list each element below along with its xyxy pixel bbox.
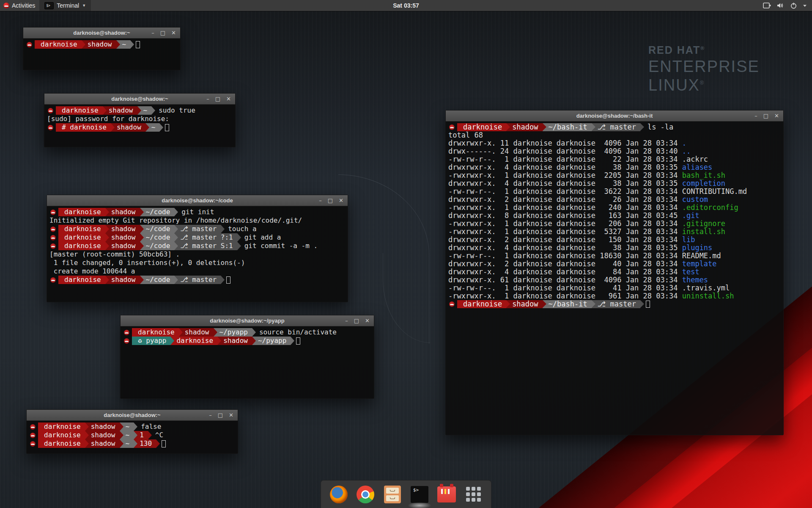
- ls-row-meta: drwxrwxr-x. 4 darknoise darknoise 38 Jan…: [448, 179, 682, 188]
- terminal-line: darknoiseshadow~/bash-it⎇ masterls -la: [448, 123, 781, 131]
- window-title: darknoise@shadow:~/code: [47, 197, 348, 204]
- titlebar[interactable]: darknoise@shadow:~/bash-it – □ ✕: [446, 110, 783, 121]
- terminal-line: darknoiseshadow~sudo true: [47, 106, 233, 115]
- redhat-prompt-icon: [124, 338, 129, 344]
- ls-row-filename: .: [682, 139, 686, 147]
- dock-item-toolbox[interactable]: [437, 485, 456, 504]
- redhat-prompt-icon: [30, 424, 36, 430]
- terminal-content[interactable]: darknoiseshadow~sudo true[sudo] password…: [44, 105, 235, 147]
- terminal-line: darknoiseshadow~/pyappsource bin/activat…: [123, 328, 371, 337]
- activities-label: Activities: [12, 2, 35, 9]
- dock-item-firefox[interactable]: [329, 485, 348, 504]
- prompt-segment-host: shadow: [105, 242, 140, 250]
- redhat-prompt-icon: [50, 226, 56, 232]
- maximize-button[interactable]: □: [328, 195, 333, 206]
- ls-row-filename: .gitignore: [682, 219, 725, 228]
- prompt-segment-path: ~/pyapp: [214, 328, 252, 337]
- terminal-line: drwxrwxr-x. 2 darknoise darknoise 40 Jan…: [448, 260, 781, 268]
- terminal-line: drwxrwxr-x. 61 darknoise darknoise 4096 …: [448, 276, 781, 284]
- prompt-segment-path: ~/code: [140, 276, 175, 284]
- dock-item-terminal[interactable]: $>: [410, 485, 429, 504]
- terminal-line: drwxrwxr-x. 4 darknoise darknoise 38 Jan…: [448, 179, 781, 188]
- terminal-window-bash-it: darknoise@shadow:~/bash-it – □ ✕ darknoi…: [445, 110, 784, 435]
- close-button[interactable]: ✕: [226, 94, 231, 105]
- dock-item-chrome[interactable]: [356, 485, 375, 504]
- dock: $>: [321, 480, 491, 508]
- active-app-glow: [408, 502, 431, 508]
- titlebar[interactable]: darknoise@shadow:~ – □ ✕: [44, 94, 235, 105]
- prompt-segment-host: shadow: [105, 276, 140, 284]
- rhel-logo-enterprise: ENTERPRISE: [648, 58, 760, 76]
- close-button[interactable]: ✕: [774, 110, 779, 121]
- ls-row-filename: .git: [682, 211, 700, 220]
- terminal-cursor: [162, 440, 166, 447]
- ls-row-meta: -rw-rw-r--. 1 darknoise darknoise 41 Jan…: [448, 284, 682, 292]
- command-text: git init: [181, 208, 214, 216]
- minimize-button[interactable]: –: [151, 28, 154, 39]
- titlebar[interactable]: darknoise@shadow:~ – □ ✕: [27, 410, 238, 421]
- terminal-line: darknoiseshadow~/code⎇ master ?:1git add…: [49, 233, 345, 242]
- ls-row-meta: drwxrwxr-x. 2 darknoise darknoise 40 Jan…: [448, 260, 682, 268]
- titlebar[interactable]: darknoise@shadow:~/code – □ ✕: [47, 195, 348, 206]
- terminal-line: drwxrwxr-x. 4 darknoise darknoise 84 Jan…: [448, 268, 781, 276]
- terminal-content[interactable]: darknoiseshadow~/bash-it⎇ masterls -lato…: [446, 121, 783, 435]
- terminal-line: darknoiseshadow~/code⎇ mastertouch a: [49, 225, 345, 233]
- activities-button[interactable]: Activities: [0, 0, 39, 11]
- terminal-content[interactable]: darknoiseshadow~/pyappsource bin/activat…: [121, 326, 374, 398]
- terminal-window-pyapp: darknoise@shadow:~/pyapp – □ ✕ darknoise…: [120, 315, 374, 399]
- prompt-segment-branch: ⎇ master: [174, 225, 221, 233]
- prompt-segment-path: ~/code: [140, 242, 175, 250]
- terminal-line: darknoiseshadow~: [26, 40, 178, 49]
- prompt-segment-user: darknoise: [38, 431, 85, 439]
- terminal-app-menu[interactable]: $> Terminal ▼: [39, 0, 91, 11]
- minimize-button[interactable]: –: [345, 315, 348, 326]
- dock-item-app-grid[interactable]: [464, 485, 483, 504]
- prompt-segment-user: darknoise: [38, 439, 85, 448]
- maximize-button[interactable]: □: [160, 28, 165, 39]
- clock-label[interactable]: Sat 03:57: [393, 2, 419, 9]
- titlebar[interactable]: darknoise@shadow:~ – □ ✕: [23, 28, 180, 39]
- prompt-segment-user: darknoise: [58, 225, 105, 233]
- redhat-icon: [3, 3, 9, 8]
- ls-row-filename: lib: [682, 235, 695, 244]
- firefox-icon: [330, 486, 348, 503]
- ls-row-meta: -rwxrwxr-x. 1 darknoise darknoise 240 Ja…: [448, 203, 682, 212]
- ls-row-filename: test: [682, 268, 700, 276]
- terminal-line: darknoiseshadow~130: [29, 439, 235, 448]
- prompt-segment-venv: ♻ pyapp: [132, 337, 170, 345]
- dock-item-files[interactable]: [383, 485, 402, 504]
- prompt-segment-path: ~/code: [140, 233, 175, 242]
- prompt-segment-user: darknoise: [58, 242, 105, 250]
- minimize-button[interactable]: –: [209, 410, 212, 421]
- close-button[interactable]: ✕: [339, 195, 343, 206]
- ls-row-meta: drwxrwxr-x. 11 darknoise darknoise 4096 …: [448, 139, 682, 147]
- maximize-button[interactable]: □: [215, 94, 220, 105]
- prompt-segment-host: shadow: [179, 328, 214, 337]
- terminal-content[interactable]: darknoiseshadow~falsedarknoiseshadow~1^C…: [27, 421, 238, 453]
- ls-row-meta: -rwxrwxr-x. 1 darknoise darknoise 961 Ja…: [448, 292, 682, 300]
- titlebar[interactable]: darknoise@shadow:~/pyapp – □ ✕: [121, 315, 374, 326]
- close-button[interactable]: ✕: [171, 28, 176, 39]
- maximize-button[interactable]: □: [763, 110, 768, 121]
- redhat-prompt-icon: [48, 125, 53, 130]
- minimize-button[interactable]: –: [319, 195, 322, 206]
- terminal-line: darknoiseshadow~false: [29, 422, 235, 431]
- minimize-button[interactable]: –: [754, 110, 757, 121]
- prompt-segment-user: darknoise: [170, 337, 217, 345]
- terminal-line: -rwxrwxr-x. 1 darknoise darknoise 240 Ja…: [448, 204, 781, 212]
- ls-row-filename: completion: [682, 179, 725, 188]
- close-button[interactable]: ✕: [365, 315, 370, 326]
- redhat-prompt-icon: [124, 330, 129, 335]
- system-status-menu[interactable]: [763, 0, 812, 11]
- terminal-line: darknoiseshadow~/code⎇ master S:1git com…: [49, 242, 345, 250]
- terminal-content[interactable]: darknoiseshadow~: [23, 39, 180, 70]
- terminal-line: Initialized empty Git repository in /hom…: [49, 216, 345, 225]
- maximize-button[interactable]: □: [218, 410, 223, 421]
- minimize-button[interactable]: –: [206, 94, 209, 105]
- chevron-down-icon: [803, 4, 807, 7]
- terminal-content[interactable]: darknoiseshadow~/codegit initInitialized…: [47, 206, 348, 302]
- ls-row-meta: -rw-rw-r--. 1 darknoise darknoise 3622 J…: [448, 187, 682, 196]
- close-button[interactable]: ✕: [229, 410, 233, 421]
- maximize-button[interactable]: □: [354, 315, 359, 326]
- terminal-line: -rwxrwxr-x. 1 darknoise darknoise 961 Ja…: [448, 292, 781, 300]
